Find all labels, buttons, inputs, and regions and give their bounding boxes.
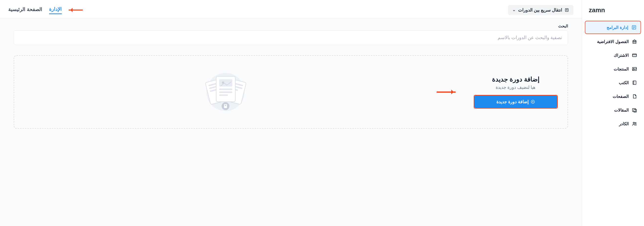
tabs: الإدارة الصفحة الرئيسية [8,6,83,14]
add-course-button[interactable]: إضافة دورة جديدة [474,96,557,108]
sidebar-item-pages[interactable]: الصفحات [585,90,641,102]
building-icon [632,39,637,44]
quick-switch-label: انتقال سريع بين الدورات [518,7,562,13]
content: البحث إضافة دورة جديدة هيا لنضيف دورة جد… [0,18,582,226]
credit-card-icon [632,53,637,58]
list-small-icon [564,8,569,12]
list-icon [631,25,637,30]
svg-rect-6 [632,54,637,57]
quick-switch-dropdown[interactable]: انتقال سريع بين الدورات [508,5,574,15]
svg-rect-35 [219,92,232,93]
sidebar-item-programs[interactable]: إدارة البرامج [585,21,641,34]
sidebar-item-label: الكتب [619,80,629,85]
sidebar-item-label: الفصول الافتراضية [597,39,629,44]
chevron-down-icon [512,8,516,12]
svg-rect-34 [219,89,232,90]
main: انتقال سريع بين الدورات الإدارة الصفحة ا… [0,0,582,226]
app-root: zamn إدارة البرامج الفصول الافتراضية الا… [0,0,644,226]
svg-rect-10 [633,81,636,85]
sidebar-item-books[interactable]: الكتب [585,77,641,89]
add-button-highlight: إضافة دورة جديدة [474,95,558,109]
plus-circle-icon [531,100,535,104]
tab-home[interactable]: الصفحة الرئيسية [8,6,42,14]
svg-point-14 [633,122,635,124]
sidebar-item-label: إدارة البرامج [606,25,628,30]
svg-rect-36 [219,94,228,96]
page-icon [632,94,637,99]
sidebar-item-label: المقالات [614,108,629,113]
empty-state-card: إضافة دورة جديدة هيا لنضيف دورة جديدة إض… [14,55,568,129]
sidebar-item-label: الكادر [619,121,629,126]
tab-manage[interactable]: الإدارة [49,6,62,14]
sidebar-item-subscription[interactable]: الاشتراك [585,49,641,61]
sidebar-item-label: الاشتراك [614,53,629,58]
sidebar-item-virtual-classes[interactable]: الفصول الافتراضية [585,36,641,48]
empty-subtitle: هيا لنضيف دورة جديدة [496,85,536,90]
sidebar-item-products[interactable]: المنتجات [585,63,641,75]
svg-point-15 [635,123,636,124]
search-label: البحث [14,24,568,28]
annotation-arrow-to-button [436,92,456,93]
empty-state-text: إضافة دورة جديدة هيا لنضيف دورة جديدة إض… [474,76,558,109]
empty-title: إضافة دورة جديدة [492,76,540,83]
documents-graphic-icon [198,68,252,116]
sidebar: zamn إدارة البرامج الفصول الافتراضية الا… [582,0,644,226]
topbar: انتقال سريع بين الدورات الإدارة الصفحة ا… [0,0,582,18]
sidebar-item-staff[interactable]: الكادر [585,118,641,130]
brand-logo: zamn [585,4,641,21]
users-icon [632,121,637,126]
sidebar-item-label: الصفحات [613,94,629,99]
empty-illustration [24,68,427,116]
search-input[interactable] [14,30,568,45]
sidebar-item-articles[interactable]: المقالات [585,104,641,116]
sidebar-item-label: المنتجات [614,67,629,72]
articles-icon [632,107,637,113]
add-button-label: إضافة دورة جديدة [496,99,529,104]
annotation-arrow-to-tab [69,10,83,11]
book-icon [632,80,637,85]
image-icon [632,66,637,72]
